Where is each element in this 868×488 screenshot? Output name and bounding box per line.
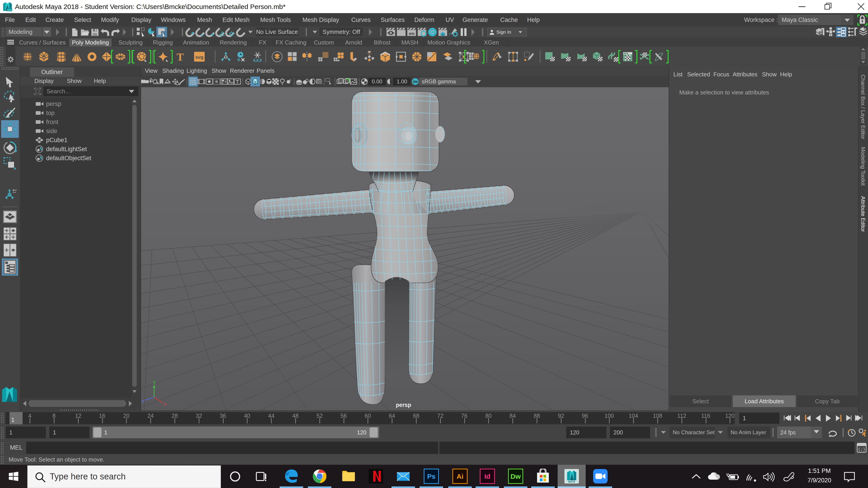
svg-text:persp: persp: [396, 402, 411, 408]
svg-text:Id: Id: [485, 473, 491, 480]
svg-text:Ai: Ai: [457, 473, 463, 480]
svg-text:IPR: IPR: [409, 32, 414, 36]
svg-text:Dw: Dw: [510, 473, 521, 480]
svg-text:T: T: [177, 51, 184, 62]
svg-text:Ps: Ps: [427, 473, 436, 480]
svg-text:MAYA: MAYA: [7, 9, 12, 11]
svg-text:z: z: [142, 398, 144, 404]
svg-text:{;}: {;}: [858, 447, 865, 452]
svg-text:y: y: [153, 379, 156, 385]
svg-text:x: x: [164, 401, 166, 407]
svg-text:MAYA: MAYA: [568, 480, 575, 483]
svg-text:svg: svg: [195, 55, 204, 60]
svg-text:0,0,0: 0,0,0: [253, 58, 262, 62]
svg-text:ON: ON: [413, 80, 418, 84]
